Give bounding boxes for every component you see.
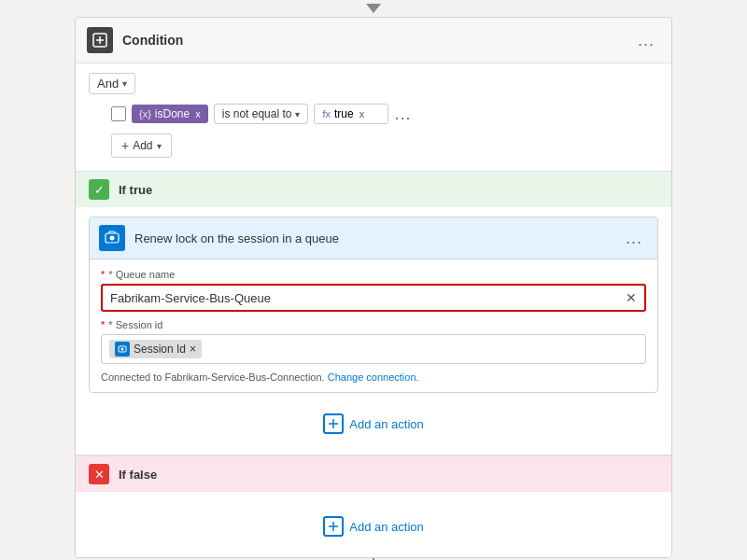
- operator-chevron-icon: ▾: [295, 109, 300, 119]
- operator-label: is not equal to: [222, 107, 292, 120]
- add-action-true-row: Add an action: [89, 402, 658, 445]
- session-tag-close[interactable]: ×: [190, 343, 196, 356]
- chevron-down-icon: ▾: [122, 78, 127, 89]
- condition-title: Condition: [122, 33, 623, 48]
- add-action-false-row: Add an action: [89, 505, 658, 548]
- tag-brace-icon: {x}: [139, 108, 151, 119]
- condition-more-button[interactable]: ...: [394, 105, 411, 124]
- fx-icon: fx: [322, 108, 331, 119]
- add-action-false-button[interactable]: Add an action: [314, 512, 433, 540]
- top-arrow: [0, 0, 747, 13]
- if-true-header: ✓ If true: [76, 172, 671, 207]
- queue-name-value: Fabrikam-Service-Bus-Queue: [110, 291, 271, 305]
- condition-checkbox[interactable]: [111, 106, 126, 121]
- and-label: And: [97, 77, 119, 91]
- queue-name-label: * * Queue name: [101, 269, 646, 280]
- required-asterisk: *: [101, 269, 105, 280]
- session-tag-label: Session Id: [134, 343, 186, 356]
- required-asterisk-2: *: [101, 319, 105, 330]
- x-icon: ✕: [94, 468, 105, 482]
- value-label: true: [334, 107, 354, 120]
- add-action-true-icon: [323, 413, 344, 434]
- session-id-input[interactable]: Session Id ×: [101, 334, 646, 364]
- and-dropdown[interactable]: And ▾: [89, 73, 135, 94]
- add-action-true-button[interactable]: Add an action: [314, 410, 433, 438]
- add-condition-button[interactable]: + Add ▾: [111, 133, 172, 158]
- if-false-icon: ✕: [89, 464, 109, 484]
- tag-label: isDone: [155, 107, 190, 120]
- tag-close-button[interactable]: x: [195, 108, 201, 119]
- session-tag: Session Id ×: [109, 340, 202, 358]
- condition-icon: [87, 27, 113, 53]
- queue-name-clear-icon[interactable]: ✕: [626, 290, 637, 305]
- if-false-section: ✕ If false Add an action: [76, 455, 671, 557]
- svg-point-4: [110, 236, 115, 241]
- condition-row: {x} isDone x is not equal to ▾ fx true x…: [111, 104, 658, 124]
- svg-point-6: [121, 348, 124, 351]
- queue-name-input[interactable]: Fabrikam-Service-Bus-Queue ✕: [101, 284, 646, 312]
- add-label: Add: [133, 139, 152, 152]
- value-close-button[interactable]: x: [359, 108, 365, 119]
- condition-card: Condition ... And ▾ {x} isDone x: [75, 17, 672, 558]
- change-connection-link[interactable]: Change connection.: [328, 371, 419, 383]
- session-icon: [115, 342, 130, 357]
- if-false-label: If false: [119, 468, 157, 482]
- condition-header: Condition ...: [76, 18, 671, 63]
- action-icon: [99, 225, 125, 251]
- add-action-true-label: Add an action: [349, 417, 424, 431]
- if-true-icon: ✓: [89, 179, 109, 200]
- condition-body: And ▾ {x} isDone x is not equal to ▾: [76, 63, 671, 171]
- add-action-false-label: Add an action: [349, 520, 424, 534]
- if-true-label: If true: [119, 183, 152, 197]
- if-true-section: ✓ If true Renew lock: [76, 171, 671, 455]
- add-row: + Add ▾: [111, 133, 658, 158]
- and-row: And ▾: [89, 73, 658, 94]
- action-title: Renew lock on the session in a queue: [134, 231, 611, 245]
- connection-text: Connected to Fabrikam-Service-Bus-Connec…: [101, 371, 325, 383]
- plus-icon: +: [121, 138, 129, 153]
- if-true-body: Renew lock on the session in a queue ...…: [76, 207, 671, 455]
- add-action-false-icon: [323, 516, 344, 537]
- action-card: Renew lock on the session in a queue ...…: [89, 217, 658, 393]
- action-header: Renew lock on the session in a queue ...: [90, 217, 657, 259]
- if-false-body: Add an action: [76, 492, 671, 557]
- add-chevron-icon: ▾: [157, 141, 162, 151]
- is-done-tag: {x} isDone x: [132, 105, 208, 123]
- action-ellipsis-button[interactable]: ...: [620, 227, 648, 250]
- checkmark-icon: ✓: [94, 183, 105, 197]
- condition-ellipsis-button[interactable]: ...: [632, 29, 660, 52]
- operator-select[interactable]: is not equal to ▾: [214, 104, 309, 124]
- value-pill: fx true x: [314, 104, 388, 124]
- session-id-label: * * Session id: [101, 319, 646, 330]
- action-body: * * Queue name Fabrikam-Service-Bus-Queu…: [90, 259, 657, 392]
- arrow-down-icon: [366, 4, 381, 13]
- if-false-header: ✕ If false: [76, 455, 671, 492]
- connection-info: Connected to Fabrikam-Service-Bus-Connec…: [101, 371, 646, 383]
